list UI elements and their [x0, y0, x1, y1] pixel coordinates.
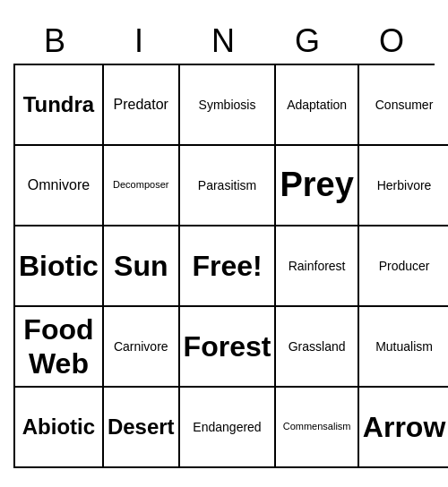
bingo-cell-7: Parasitism — [180, 146, 277, 226]
bingo-cell-text-3: Adaptation — [287, 98, 347, 113]
bingo-cell-text-23: Commensalism — [283, 421, 351, 432]
bingo-cell-18: Grassland — [276, 307, 358, 388]
bingo-cell-17: Forest — [180, 307, 277, 388]
bingo-cell-14: Producer — [359, 226, 448, 307]
bingo-cell-1: Predator — [104, 65, 180, 146]
bingo-cell-24: Arrow — [359, 388, 448, 468]
bingo-cell-text-6: Decomposer — [113, 179, 168, 191]
bingo-cell-text-4: Consumer — [375, 98, 434, 113]
bingo-cell-10: Biotic — [15, 226, 104, 307]
bingo-cell-19: Mutualism — [359, 307, 448, 388]
header-letter-O: O — [350, 19, 435, 64]
bingo-cell-text-9: Herbivore — [377, 178, 432, 193]
bingo-cell-11: Sun — [104, 226, 180, 307]
bingo-cell-text-10: Biotic — [19, 249, 99, 283]
bingo-cell-text-13: Rainforest — [289, 259, 346, 274]
bingo-cell-text-1: Predator — [114, 96, 168, 113]
bingo-cell-0: Tundra — [15, 65, 104, 146]
bingo-cell-16: Carnivore — [104, 307, 180, 388]
bingo-cell-text-22: Endangered — [193, 420, 261, 435]
bingo-cell-text-7: Parasitism — [198, 178, 256, 193]
bingo-grid: TundraPredatorSymbiosisAdaptationConsume… — [13, 64, 435, 468]
bingo-cell-text-15: FoodWeb — [23, 312, 93, 381]
bingo-cell-3: Adaptation — [276, 65, 358, 146]
bingo-cell-2: Symbiosis — [180, 65, 277, 146]
bingo-cell-text-2: Symbiosis — [199, 98, 256, 113]
bingo-cell-8: Prey — [276, 146, 358, 226]
header-letter-I: I — [98, 19, 182, 64]
bingo-cell-5: Omnivore — [15, 146, 104, 226]
bingo-cell-15: FoodWeb — [15, 307, 104, 388]
bingo-cell-9: Herbivore — [359, 146, 448, 226]
bingo-cell-text-21: Desert — [108, 414, 175, 440]
bingo-cell-text-24: Arrow — [363, 410, 445, 444]
bingo-cell-text-20: Abiotic — [22, 414, 95, 440]
header-letter-N: N — [182, 19, 266, 64]
header-letter-G: G — [266, 19, 350, 64]
bingo-cell-text-5: Omnivore — [28, 176, 90, 193]
bingo-card: BINGO TundraPredatorSymbiosisAdaptationC… — [13, 19, 435, 468]
bingo-cell-text-17: Forest — [184, 329, 271, 363]
bingo-cell-6: Decomposer — [104, 146, 180, 226]
bingo-cell-4: Consumer — [359, 65, 448, 146]
bingo-cell-text-0: Tundra — [23, 92, 95, 118]
bingo-cell-text-16: Carnivore — [114, 339, 168, 355]
bingo-cell-12: Free! — [180, 226, 277, 307]
bingo-cell-text-19: Mutualism — [375, 339, 433, 355]
bingo-header: BINGO — [13, 19, 435, 64]
bingo-cell-20: Abiotic — [15, 388, 104, 468]
bingo-cell-23: Commensalism — [276, 388, 358, 468]
bingo-cell-text-12: Free! — [192, 249, 262, 283]
bingo-cell-text-14: Producer — [379, 259, 430, 274]
bingo-cell-22: Endangered — [180, 388, 277, 468]
header-letter-B: B — [13, 19, 98, 64]
bingo-cell-21: Desert — [104, 388, 180, 468]
bingo-cell-text-18: Grassland — [289, 339, 346, 355]
bingo-cell-text-8: Prey — [280, 165, 353, 206]
bingo-cell-13: Rainforest — [276, 226, 358, 307]
bingo-cell-text-11: Sun — [114, 249, 168, 283]
